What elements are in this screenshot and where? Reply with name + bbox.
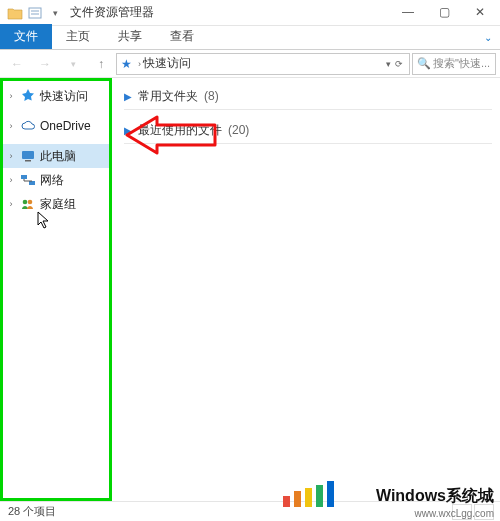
address-bar[interactable]: ★ › 快速访问 ▾ ⟳	[116, 53, 410, 75]
breadcrumb[interactable]: 快速访问	[143, 55, 191, 72]
nav-item-home[interactable]: ›家庭组	[0, 192, 110, 216]
group-count: (20)	[228, 123, 249, 137]
tab-file[interactable]: 文件	[0, 24, 52, 49]
close-button[interactable]: ✕	[462, 0, 498, 24]
watermark-bars-icon	[283, 481, 334, 507]
annotation-arrow	[125, 114, 217, 156]
nav-item-label: 家庭组	[40, 196, 76, 213]
svg-rect-6	[29, 181, 35, 185]
tab-home[interactable]: 主页	[52, 24, 104, 49]
nav-item-label: 网络	[40, 172, 64, 189]
window-title: 文件资源管理器	[70, 4, 154, 21]
svg-marker-9	[127, 117, 215, 153]
home-icon	[20, 196, 36, 212]
chevron-right-icon: ›	[6, 121, 16, 131]
svg-rect-0	[29, 8, 41, 18]
cursor-icon	[37, 211, 53, 234]
nav-item-label: 此电脑	[40, 148, 76, 165]
chevron-right-icon: ›	[6, 199, 16, 209]
nav-item-label: OneDrive	[40, 119, 91, 133]
chevron-right-icon: ›	[6, 91, 16, 101]
ribbon-expand-icon[interactable]: ⌄	[480, 25, 496, 49]
svg-rect-3	[22, 151, 34, 159]
watermark-brand: Windows系统城	[376, 486, 494, 507]
quick-access-dropdown-icon[interactable]: ▾	[46, 4, 64, 22]
nav-item-star[interactable]: ›快速访问	[0, 84, 110, 108]
nav-item-label: 快速访问	[40, 88, 88, 105]
cloud-icon	[20, 118, 36, 134]
star-icon	[20, 88, 36, 104]
nav-item-cloud[interactable]: ›OneDrive	[0, 114, 110, 138]
search-icon: 🔍	[417, 57, 431, 70]
svg-point-8	[28, 200, 33, 205]
divider	[124, 109, 492, 110]
quick-access-prop-icon[interactable]	[26, 4, 44, 22]
status-text: 28 个项目	[8, 504, 56, 519]
nav-recent-dropdown[interactable]: ▾	[60, 53, 86, 75]
chevron-right-icon: ›	[6, 175, 16, 185]
maximize-button[interactable]: ▢	[426, 0, 462, 24]
nav-item-net[interactable]: ›网络	[0, 168, 110, 192]
chevron-right-icon: ▶	[124, 91, 132, 102]
tab-share[interactable]: 共享	[104, 24, 156, 49]
nav-pane: ›快速访问›OneDrive›此电脑›网络›家庭组	[0, 78, 110, 501]
search-placeholder: 搜索"快速...	[433, 56, 490, 71]
address-row: ← → ▾ ↑ ★ › 快速访问 ▾ ⟳ 🔍 搜索"快速...	[0, 50, 500, 78]
app-icon	[6, 4, 24, 22]
pc-icon	[20, 148, 36, 164]
tab-view[interactable]: 查看	[156, 24, 208, 49]
ribbon-tabs: 文件 主页 共享 查看 ⌄	[0, 26, 500, 50]
svg-rect-5	[21, 175, 27, 179]
net-icon	[20, 172, 36, 188]
group-frequent-folders[interactable]: ▶ 常用文件夹 (8)	[124, 86, 492, 106]
nav-up-button[interactable]: ↑	[88, 53, 114, 75]
watermark-url: www.wxcLgg.com	[415, 508, 494, 519]
nav-back-button[interactable]: ←	[4, 53, 30, 75]
address-dropdown-icon[interactable]: ▾	[384, 59, 393, 69]
nav-item-pc[interactable]: ›此电脑	[0, 144, 110, 168]
refresh-icon[interactable]: ⟳	[393, 59, 405, 69]
address-caret-icon: ›	[136, 59, 143, 69]
group-count: (8)	[204, 89, 219, 103]
chevron-right-icon: ›	[6, 151, 16, 161]
svg-point-7	[23, 200, 28, 205]
titlebar: ▾ 文件资源管理器 — ▢ ✕	[0, 0, 500, 26]
group-label: 常用文件夹	[138, 88, 198, 105]
svg-rect-4	[25, 160, 31, 162]
search-input[interactable]: 🔍 搜索"快速...	[412, 53, 496, 75]
minimize-button[interactable]: —	[390, 0, 426, 24]
nav-forward-button[interactable]: →	[32, 53, 58, 75]
address-star-icon: ★	[121, 57, 132, 71]
